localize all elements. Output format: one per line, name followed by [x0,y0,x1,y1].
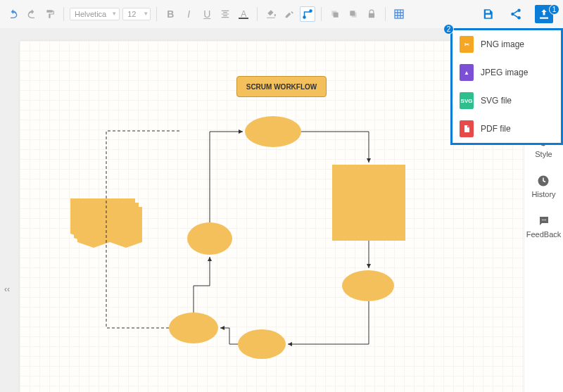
clock-icon [536,174,550,188]
svg-point-7 [517,9,521,13]
export-option-svg[interactable]: SVG SVG file [453,87,561,115]
undo-icon[interactable] [6,6,21,22]
svg-point-9 [517,16,521,20]
italic-icon[interactable]: I [181,6,196,22]
fill-color-icon[interactable] [263,6,279,22]
export-option-jpeg[interactable]: ▲ JPEG image [453,58,561,87]
arrange-back-icon[interactable] [346,6,361,22]
lock-icon[interactable] [364,6,379,22]
png-file-icon: ✂ [460,36,474,53]
font-color-icon[interactable]: A [236,6,251,22]
diagram-ellipse[interactable] [187,222,232,255]
export-option-label: SVG file [481,96,512,106]
main-area: ‹‹ SCRUM WORKFLOW [0,28,524,392]
export-option-label: PNG image [481,39,524,49]
sidebar-item-label: FeedBack [526,230,562,239]
waypoint-icon[interactable] [300,6,315,22]
redo-icon[interactable] [24,6,39,22]
diagram-square[interactable] [332,165,405,241]
sidebar-item-history[interactable]: History [531,174,555,198]
line-color-icon[interactable] [282,6,297,22]
export-option-label: JPEG image [481,68,528,77]
svg-rect-3 [334,13,339,18]
svg-point-11 [542,220,543,221]
step-badge-1: 1 [549,4,559,15]
diagram-ellipse[interactable] [169,312,218,343]
export-option-pdf[interactable]: PDF file [453,115,561,143]
sidebar-item-label: Style [535,150,552,158]
svg-file-icon: SVG [460,92,474,109]
insert-table-icon[interactable] [391,6,407,22]
paint-format-icon[interactable] [42,6,58,22]
diagram-ellipse[interactable] [245,116,301,147]
export-option-png[interactable]: ✂ PNG image [453,30,561,58]
panel-collapse-icon[interactable]: ‹‹ [4,284,10,294]
export-option-label: PDF file [481,124,511,134]
bold-icon[interactable]: B [163,6,178,22]
pdf-file-icon [460,120,474,137]
save-button[interactable] [479,5,497,23]
toolbar-right [479,5,557,23]
sidebar-item-label: History [531,190,555,198]
diagram-title-box[interactable]: SCRUM WORKFLOW [236,76,327,97]
font-family-select[interactable]: Helvetica [70,8,120,20]
step-badge-2: 2 [443,24,454,34]
underline-icon[interactable]: U [199,6,215,22]
toolbar: Helvetica 12 B I U A [0,0,563,28]
svg-rect-5 [350,11,355,15]
jpeg-file-icon: ▲ [460,64,474,81]
export-menu: ✂ PNG image ▲ JPEG image SVG SVG file PD… [450,28,563,145]
svg-point-0 [303,16,305,18]
canvas[interactable]: SCRUM WORKFLOW [20,41,524,392]
diagram-ellipse[interactable] [342,270,394,301]
align-icon[interactable] [217,6,233,22]
svg-rect-6 [395,10,403,18]
arrange-front-icon[interactable] [327,6,343,22]
chat-icon [537,214,551,228]
svg-point-13 [545,220,546,221]
share-button[interactable] [507,5,525,23]
diagram-ellipse[interactable] [238,329,286,359]
svg-point-8 [511,13,514,16]
font-size-select[interactable]: 12 [122,8,151,20]
sidebar-item-feedback[interactable]: FeedBack [526,214,562,239]
diagram-document-stack[interactable] [70,198,141,248]
svg-point-12 [543,220,545,221]
